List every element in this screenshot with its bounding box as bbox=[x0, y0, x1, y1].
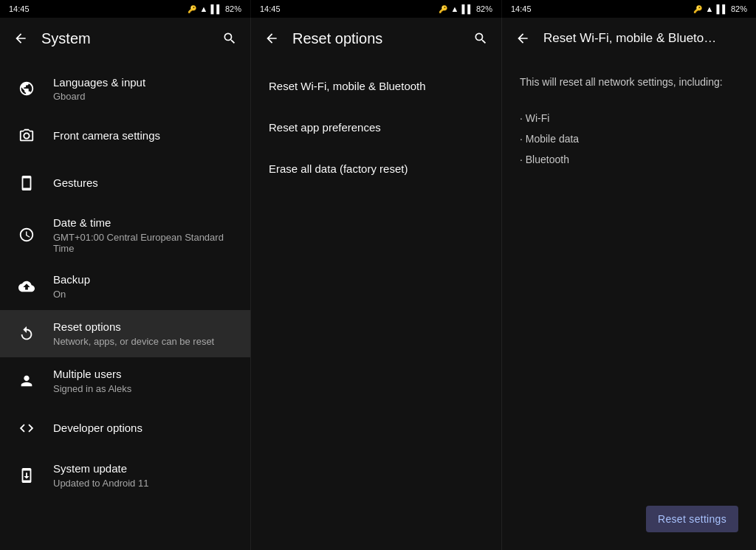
panel-reset-wifi-detail: Reset Wi-Fi, mobile & Blueto… This will … bbox=[502, 18, 756, 550]
multiple-users-text: Multiple users Signed in as Aleks bbox=[53, 367, 238, 394]
multiple-users-label: Multiple users bbox=[53, 367, 238, 382]
reset-app-item[interactable]: Reset app preferences bbox=[251, 106, 501, 148]
list-item-wifi: · Wi-Fi bbox=[520, 108, 738, 128]
panel1-content: Languages & input Gboard Front camera se… bbox=[0, 59, 250, 550]
status-bar-panel2: 14:45 🔑 ▲ ▌▌ 82% bbox=[251, 0, 502, 18]
reset-options-sublabel: Network, apps, or device can be reset bbox=[53, 336, 238, 347]
list-item-mobile: · Mobile data bbox=[520, 128, 738, 149]
back-button-panel3[interactable] bbox=[508, 24, 537, 53]
reset-options-label: Reset options bbox=[53, 320, 238, 334]
clock-icon bbox=[12, 220, 41, 250]
panel2-content: Reset Wi-Fi, mobile & Bluetooth Reset ap… bbox=[251, 59, 501, 550]
sidebar-item-languages[interactable]: Languages & input Gboard bbox=[0, 65, 250, 112]
reset-wifi-label: Reset Wi-Fi, mobile & Bluetooth bbox=[269, 80, 426, 92]
panels: System Languages & input Gboard bbox=[0, 18, 756, 550]
panel-system: System Languages & input Gboard bbox=[0, 18, 251, 550]
backup-label: Backup bbox=[53, 272, 238, 287]
signal-icon: ▌▌ bbox=[210, 4, 222, 13]
reset-options-text: Reset options Network, apps, or device c… bbox=[53, 320, 238, 347]
developer-options-text: Developer options bbox=[53, 421, 238, 436]
developer-options-label: Developer options bbox=[53, 421, 238, 436]
key-icon3: 🔑 bbox=[693, 5, 702, 13]
reset-settings-button[interactable]: Reset settings bbox=[646, 506, 738, 532]
backup-icon bbox=[12, 272, 41, 301]
sidebar-item-date-time[interactable]: Date & time GMT+01:00 Central European S… bbox=[0, 207, 250, 263]
backup-sublabel: On bbox=[53, 289, 238, 300]
reset-app-label: Reset app preferences bbox=[269, 121, 381, 134]
system-update-icon bbox=[12, 461, 41, 490]
languages-label: Languages & input bbox=[53, 75, 238, 90]
camera-icon bbox=[12, 121, 41, 151]
panel-reset-options: Reset options Reset Wi-Fi, mobile & Blue… bbox=[251, 18, 502, 550]
date-time-label: Date & time bbox=[53, 216, 238, 230]
signal-icon3: ▌▌ bbox=[716, 4, 728, 13]
date-time-sublabel: GMT+01:00 Central European Standard Time bbox=[53, 232, 238, 254]
search-button-panel2[interactable] bbox=[466, 24, 495, 53]
status-right-panel2: 🔑 ▲ ▌▌ 82% bbox=[439, 4, 492, 13]
panel3-title: Reset Wi-Fi, mobile & Blueto… bbox=[537, 31, 750, 46]
sidebar-item-multiple-users[interactable]: Multiple users Signed in as Aleks bbox=[0, 357, 250, 405]
status-right-panel1: 🔑 ▲ ▌▌ 82% bbox=[188, 4, 241, 13]
status-right-panel3: 🔑 ▲ ▌▌ 82% bbox=[693, 4, 747, 13]
gestures-label: Gestures bbox=[53, 176, 238, 190]
key-icon2: 🔑 bbox=[439, 5, 447, 13]
system-update-label: System update bbox=[53, 461, 238, 476]
languages-sublabel: Gboard bbox=[53, 91, 238, 102]
panel1-header: System bbox=[0, 18, 250, 59]
status-bars: 14:45 🔑 ▲ ▌▌ 82% 14:45 🔑 ▲ ▌▌ 82% 14:45 … bbox=[0, 0, 756, 18]
time-panel3: 14:45 bbox=[511, 4, 532, 13]
person-icon bbox=[12, 366, 41, 396]
backup-text: Backup On bbox=[53, 272, 238, 300]
panel2-header: Reset options bbox=[251, 18, 501, 59]
panel2-title: Reset options bbox=[286, 30, 466, 47]
multiple-users-sublabel: Signed in as Aleks bbox=[53, 383, 238, 394]
date-time-text: Date & time GMT+01:00 Central European S… bbox=[53, 216, 238, 254]
code-icon bbox=[12, 413, 41, 443]
sidebar-item-backup[interactable]: Backup On bbox=[0, 263, 250, 310]
time-panel1: 14:45 bbox=[9, 4, 30, 13]
battery-panel2: 82% bbox=[476, 4, 492, 13]
status-bar-panel1: 14:45 🔑 ▲ ▌▌ 82% bbox=[0, 0, 251, 18]
wifi-icon2: ▲ bbox=[450, 4, 458, 13]
sidebar-item-reset-options[interactable]: Reset options Network, apps, or device c… bbox=[0, 310, 250, 357]
panel3-content: This will reset all network settings, in… bbox=[502, 59, 756, 185]
back-button-panel1[interactable] bbox=[6, 24, 35, 53]
gestures-text: Gestures bbox=[53, 176, 238, 190]
sidebar-item-developer-options[interactable]: Developer options bbox=[0, 405, 250, 452]
sidebar-item-system-update[interactable]: System update Updated to Android 11 bbox=[0, 452, 250, 499]
globe-icon bbox=[12, 74, 41, 103]
sidebar-item-front-camera[interactable]: Front camera settings bbox=[0, 112, 250, 159]
key-icon: 🔑 bbox=[188, 5, 196, 13]
sidebar-item-gestures[interactable]: Gestures bbox=[0, 159, 250, 207]
back-button-panel2[interactable] bbox=[257, 24, 286, 53]
wifi-icon3: ▲ bbox=[705, 4, 713, 13]
panel3-description: This will reset all network settings, in… bbox=[520, 74, 738, 90]
languages-text: Languages & input Gboard bbox=[53, 75, 238, 103]
system-update-text: System update Updated to Android 11 bbox=[53, 461, 238, 489]
front-camera-label: Front camera settings bbox=[53, 128, 238, 143]
erase-data-item[interactable]: Erase all data (factory reset) bbox=[251, 148, 501, 189]
gestures-icon bbox=[12, 168, 41, 198]
battery-panel3: 82% bbox=[731, 4, 747, 13]
search-button-panel1[interactable] bbox=[215, 24, 244, 53]
erase-data-label: Erase all data (factory reset) bbox=[269, 162, 408, 175]
panel3-list: · Wi-Fi · Mobile data · Bluetooth bbox=[520, 108, 738, 170]
status-bar-panel3: 14:45 🔑 ▲ ▌▌ 82% bbox=[502, 0, 756, 18]
list-item-bluetooth: · Bluetooth bbox=[520, 149, 738, 170]
system-update-sublabel: Updated to Android 11 bbox=[53, 478, 238, 489]
battery-panel1: 82% bbox=[225, 4, 241, 13]
panel1-title: System bbox=[35, 30, 215, 47]
signal-icon2: ▌▌ bbox=[461, 4, 473, 13]
reset-icon bbox=[12, 319, 41, 348]
front-camera-text: Front camera settings bbox=[53, 128, 238, 143]
time-panel2: 14:45 bbox=[260, 4, 281, 13]
wifi-icon: ▲ bbox=[199, 4, 207, 13]
panel3-header: Reset Wi-Fi, mobile & Blueto… bbox=[502, 18, 756, 59]
reset-wifi-item[interactable]: Reset Wi-Fi, mobile & Bluetooth bbox=[251, 65, 501, 106]
